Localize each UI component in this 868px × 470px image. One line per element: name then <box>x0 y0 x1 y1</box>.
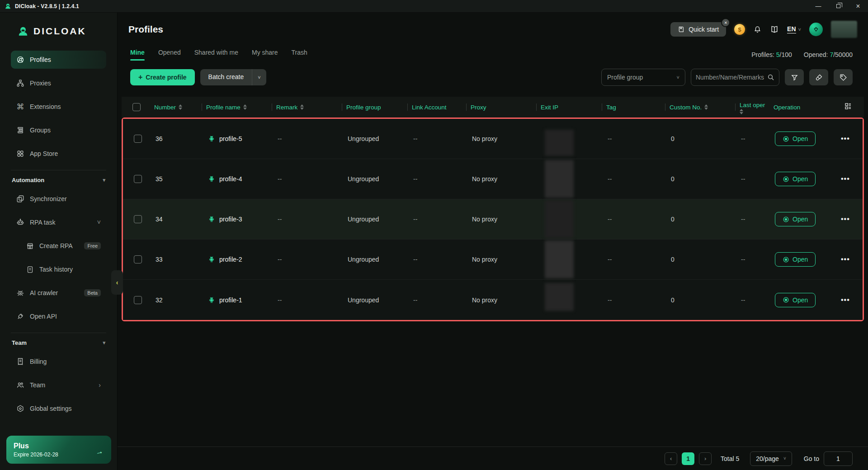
search-icon[interactable] <box>767 74 774 81</box>
column-tag[interactable]: Tag <box>602 97 665 118</box>
row-more-button[interactable]: ••• <box>841 255 850 263</box>
open-profile-button[interactable]: Open <box>775 212 816 226</box>
section-automation[interactable]: Automation ▾ <box>11 177 106 183</box>
plus-icon: + <box>138 73 142 81</box>
quick-start-button[interactable]: Quick start × <box>670 22 726 37</box>
sidebar-item-groups[interactable]: Groups <box>11 121 106 139</box>
sidebar-item-ai-crawler[interactable]: AI crawler Beta <box>11 284 106 302</box>
prev-page-button[interactable]: ‹ <box>665 452 677 465</box>
exit-ip-redacted <box>545 240 574 278</box>
create-profile-button[interactable]: + Create profile <box>130 69 195 85</box>
row-more-button[interactable]: ••• <box>841 296 850 304</box>
open-profile-button[interactable]: Open <box>775 252 816 267</box>
row-checkbox[interactable] <box>134 296 142 304</box>
manual-book-icon <box>678 26 685 33</box>
docs-book-icon[interactable] <box>770 25 779 34</box>
restore-button[interactable] <box>828 0 848 13</box>
tab-my-share[interactable]: My share <box>252 49 278 61</box>
sidebar-item-open-api[interactable]: Open API <box>11 307 106 325</box>
sidebar-item-task-history[interactable]: Task history <box>11 260 106 278</box>
window-titlebar: DICloak - V2.8.5 | 1.2.4.1 — × <box>0 0 868 13</box>
goto-page-input[interactable] <box>824 451 853 466</box>
search-field[interactable] <box>691 69 779 86</box>
current-page[interactable]: 1 <box>682 452 694 465</box>
sort-icon[interactable] <box>179 104 182 110</box>
next-page-button[interactable]: › <box>699 452 712 465</box>
column-settings-icon[interactable] <box>844 102 852 112</box>
sidebar-item-create-rpa[interactable]: Create RPA Free <box>11 237 106 255</box>
minimize-button[interactable]: — <box>808 0 828 13</box>
user-name-redacted[interactable] <box>831 21 857 38</box>
sidebar-item-rpa-task[interactable]: RPA task ˅ <box>11 213 106 231</box>
page-size-select[interactable]: 20/page ˅ <box>750 451 792 466</box>
cell-profile-name: profile-4 <box>203 175 273 183</box>
row-more-button[interactable]: ••• <box>841 175 850 183</box>
sort-icon[interactable] <box>740 109 743 114</box>
column-remark[interactable]: Remark <box>272 97 342 118</box>
user-avatar[interactable] <box>809 23 823 36</box>
clean-brush-button[interactable] <box>809 69 828 85</box>
row-checkbox[interactable] <box>134 175 142 183</box>
column-profile-name[interactable]: Profile name <box>202 97 272 118</box>
open-profile-button[interactable]: Open <box>775 172 816 186</box>
sidebar-item-extensions[interactable]: ⌘ Extensions <box>11 98 106 116</box>
table-header: Number Profile name Remark Profile group… <box>122 97 864 118</box>
search-input[interactable] <box>696 74 764 81</box>
sort-icon[interactable] <box>243 104 247 110</box>
batch-create-button[interactable]: Batch create ˅ <box>200 69 266 85</box>
close-button[interactable]: × <box>848 0 868 13</box>
column-exit-ip[interactable]: Exit IP <box>536 97 602 118</box>
select-all-checkbox[interactable] <box>132 103 141 111</box>
column-profile-group[interactable]: Profile group <box>342 97 407 118</box>
quick-start-close-icon[interactable]: × <box>721 18 730 27</box>
sidebar-collapse-handle[interactable]: ‹ <box>111 270 123 295</box>
cell-link-account: -- <box>409 296 467 304</box>
tab-mine[interactable]: Mine <box>130 49 145 61</box>
tab-shared-with-me[interactable]: Shared with me <box>194 49 238 61</box>
notifications-bell-icon[interactable] <box>753 25 762 34</box>
column-last-open[interactable]: Last oper <box>735 97 769 118</box>
column-proxy[interactable]: Proxy <box>466 97 536 118</box>
row-checkbox[interactable] <box>134 135 142 143</box>
tab-opened[interactable]: Opened <box>158 49 181 61</box>
sidebar-item-synchronizer[interactable]: Synchronizer <box>11 190 106 208</box>
chevron-down-icon: ˅ <box>677 75 679 80</box>
profile-group-select[interactable]: Profile group ˅ <box>601 69 685 86</box>
goto-label: Go to <box>804 455 819 462</box>
tag-button[interactable] <box>834 69 853 85</box>
tab-trash[interactable]: Trash <box>292 49 307 61</box>
section-team[interactable]: Team ▾ <box>11 339 106 346</box>
language-selector[interactable]: EN ˅ <box>787 25 801 33</box>
table-row[interactable]: 32 profile-1 -- Ungrouped -- No proxy --… <box>123 280 863 320</box>
brand-mark-icon <box>17 25 29 37</box>
column-operation: Operation <box>769 97 828 118</box>
sidebar-item-profiles[interactable]: Profiles <box>11 51 106 69</box>
table-row[interactable]: 35 profile-4 -- Ungrouped -- No proxy --… <box>123 159 863 199</box>
sidebar-item-global-settings[interactable]: Global settings <box>11 400 106 418</box>
layers-icon <box>16 126 24 134</box>
sidebar-item-billing[interactable]: Billing <box>11 352 106 371</box>
row-more-button[interactable]: ••• <box>841 215 850 223</box>
sidebar-item-team[interactable]: Team › <box>11 376 106 394</box>
filter-button[interactable] <box>785 69 804 85</box>
column-number[interactable]: Number <box>150 97 202 118</box>
coins-icon[interactable]: $ <box>734 24 745 35</box>
open-profile-button[interactable]: Open <box>775 132 816 146</box>
sidebar-item-label: Synchronizer <box>30 195 67 202</box>
table-row[interactable]: 33 profile-2 -- Ungrouped -- No proxy --… <box>123 240 863 280</box>
row-checkbox[interactable] <box>134 255 142 263</box>
sidebar-item-app-store[interactable]: App Store <box>11 145 106 163</box>
sort-icon[interactable] <box>704 104 708 110</box>
row-checkbox[interactable] <box>134 215 142 223</box>
table-row[interactable]: 34 profile-3 -- Ungrouped -- No proxy --… <box>123 199 863 240</box>
sort-icon[interactable] <box>300 104 304 110</box>
open-profile-button[interactable]: Open <box>775 293 816 307</box>
column-link-account[interactable]: Link Account <box>407 97 466 118</box>
cell-profile-group: Ungrouped <box>343 175 409 183</box>
table-row[interactable]: 36 profile-5 -- Ungrouped -- No proxy --… <box>123 119 863 159</box>
chevron-down-icon[interactable]: ˅ <box>252 69 266 85</box>
plan-card[interactable]: Plus Expire 2026-02-28 → <box>6 436 111 464</box>
sidebar-item-proxies[interactable]: Proxies <box>11 74 106 92</box>
column-custom-no[interactable]: Custom No. <box>665 97 735 118</box>
row-more-button[interactable]: ••• <box>841 135 850 143</box>
